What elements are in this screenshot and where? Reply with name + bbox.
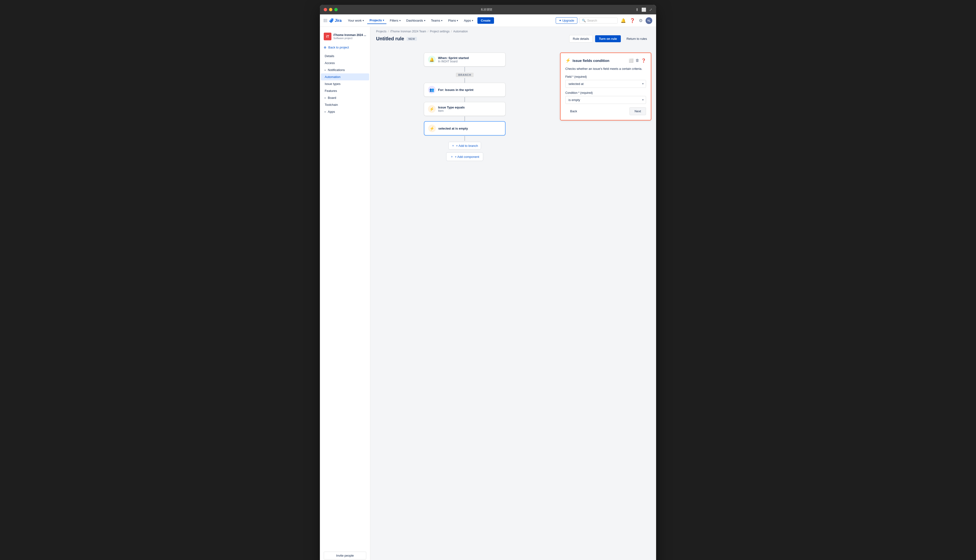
condition-select-wrapper: is empty is not empty equals not equals … <box>565 96 646 104</box>
condition-icon: ⚡ <box>428 125 436 132</box>
help-icon[interactable]: ❓ <box>629 17 636 24</box>
page-title-row: Untitled rule NEW <box>376 36 417 42</box>
back-button[interactable]: Back <box>565 107 582 115</box>
sidebar-item-details[interactable]: Details <box>321 53 369 60</box>
chevron-down-icon: ▾ <box>363 19 364 22</box>
titlebar-icons: ⬆ ⬜ ⤢ <box>635 7 652 12</box>
breadcrumb-team[interactable]: iThome Ironman 2024 Team <box>390 30 426 33</box>
sidebar-item-features[interactable]: Features <box>321 87 369 94</box>
panel-footer: Back Next <box>565 107 646 115</box>
trigger-icon: 🔔 <box>428 56 436 63</box>
field-group: Field * (required) selected at Sprint St… <box>565 75 646 88</box>
nav-dashboards[interactable]: Dashboards ▾ <box>404 17 428 24</box>
project-name: iThome Ironman 2024 ... <box>333 33 366 37</box>
search-icon: 🔍 <box>582 19 586 22</box>
header-actions: Rule details Turn on rule Return to rule… <box>569 35 650 42</box>
breadcrumb-sep3: / <box>451 30 452 33</box>
condition-node[interactable]: ⚡ selected at is empty <box>424 121 506 135</box>
condition-panel: ⚡ Issue fields condition ⬜ 🗑 ❓ Checks wh… <box>560 53 651 120</box>
minimize-button[interactable] <box>329 8 333 11</box>
next-button[interactable]: Next <box>630 107 646 115</box>
search-box[interactable]: 🔍 Search <box>579 18 618 23</box>
chevron-down-icon: ▾ <box>383 19 384 22</box>
maximize-button[interactable] <box>334 8 338 11</box>
connector3 <box>465 97 465 102</box>
layout: iT iThome Ironman 2024 ... Software proj… <box>320 27 656 560</box>
traffic-lights[interactable] <box>324 8 338 11</box>
sidebar-item-automation[interactable]: Automation <box>321 73 369 80</box>
breadcrumb-automation: Automation <box>453 30 468 33</box>
jira-logo[interactable]: Jira <box>329 18 341 23</box>
workflow: 🔔 When: Sprint started In IM24T board BR… <box>375 50 554 560</box>
sidebar-item-notifications[interactable]: Notifications <box>321 67 369 73</box>
delete-panel-button[interactable]: 🗑 <box>635 58 639 63</box>
trigger-text: When: Sprint started In IM24T board <box>438 56 469 63</box>
issue-type-node[interactable]: ⚡ Issue Type equals Item <box>424 102 506 116</box>
for-issues-text: For: Issues in the sprint <box>438 88 473 92</box>
nav-apps[interactable]: Apps ▾ <box>461 17 476 24</box>
issue-type-icon: ⚡ <box>428 105 436 113</box>
back-to-project[interactable]: ⊕ Back to project <box>320 44 370 51</box>
rule-details-button[interactable]: Rule details <box>569 35 593 42</box>
grid-icon[interactable] <box>324 19 327 22</box>
chevron-down-icon: ▾ <box>457 19 458 22</box>
chevron-down-icon: ▾ <box>441 19 442 22</box>
breadcrumb-projects[interactable]: Projects <box>376 30 386 33</box>
nav-filters[interactable]: Filters ▾ <box>388 17 403 24</box>
upgrade-button[interactable]: ✦ Upgrade <box>556 17 577 24</box>
connector1 <box>465 67 465 72</box>
panel-header: ⚡ Issue fields condition ⬜ 🗑 ❓ <box>565 58 646 63</box>
invite-people-button[interactable]: Invite people <box>324 552 366 560</box>
return-to-rules-button[interactable]: Return to rules <box>623 35 650 42</box>
new-tab-icon[interactable]: ⬜ <box>642 7 646 12</box>
condition-label: Condition * (required) <box>565 91 646 95</box>
project-info: iThome Ironman 2024 ... Software project <box>333 33 366 40</box>
nav-menu: Your work ▾ Projects ▾ Filters ▾ Dashboa… <box>345 17 476 24</box>
notifications-icon[interactable]: 🔔 <box>620 17 627 24</box>
avatar[interactable]: YL <box>645 17 652 24</box>
chevron-down-icon: ▾ <box>424 19 425 22</box>
nav-plans[interactable]: Plans ▾ <box>446 17 461 24</box>
chevron-down-icon: ▾ <box>472 19 473 22</box>
sidebar-item-apps[interactable]: Apps <box>321 108 369 115</box>
panel-actions: ⬜ 🗑 ❓ <box>629 58 646 63</box>
copy-panel-button[interactable]: ⬜ <box>629 58 633 63</box>
project-header: iT iThome Ironman 2024 ... Software proj… <box>320 31 370 44</box>
nav-your-work[interactable]: Your work ▾ <box>345 17 366 24</box>
add-component-button[interactable]: ＋ + Add component <box>446 152 483 161</box>
plus-icon: ＋ <box>451 143 455 148</box>
fullscreen-icon[interactable]: ⤢ <box>649 7 652 12</box>
condition-select[interactable]: is empty is not empty equals not equals … <box>565 96 646 104</box>
plus-icon2: ＋ <box>450 155 453 159</box>
condition-panel-title: Issue fields condition <box>573 58 627 63</box>
panel-description: Checks whether an issue's field meets a … <box>565 67 646 71</box>
sidebar-item-issue-types[interactable]: Issue types <box>321 80 369 87</box>
page-header: Untitled rule NEW Rule details Turn on r… <box>370 33 656 45</box>
condition-group: Condition * (required) is empty is not e… <box>565 91 646 104</box>
nav-teams[interactable]: Teams ▾ <box>429 17 445 24</box>
breadcrumb-settings[interactable]: Project settings <box>430 30 450 33</box>
settings-icon[interactable]: ⚙ <box>638 17 643 24</box>
project-type: Software project <box>333 37 366 40</box>
breadcrumb-sep2: / <box>428 30 428 33</box>
for-issues-icon: 👥 <box>428 86 436 93</box>
create-button[interactable]: Create <box>478 17 494 24</box>
sidebar-item-access[interactable]: Access <box>321 60 369 67</box>
close-button[interactable] <box>324 8 327 11</box>
turn-on-rule-button[interactable]: Turn on rule <box>595 35 621 42</box>
field-select[interactable]: selected at Sprint Status Assignee Prior… <box>565 80 646 88</box>
main-content: Projects / iThome Ironman 2024 Team / Pr… <box>370 27 656 560</box>
logo-text: Jira <box>335 18 341 23</box>
nav-projects[interactable]: Projects ▾ <box>367 17 386 24</box>
for-issues-node[interactable]: 👥 For: Issues in the sprint <box>424 83 506 97</box>
trigger-node[interactable]: 🔔 When: Sprint started In IM24T board <box>424 53 506 67</box>
sidebar-item-board[interactable]: Board <box>321 94 369 101</box>
help-panel-button[interactable]: ❓ <box>641 58 646 63</box>
topnav: Jira Your work ▾ Projects ▾ Filters ▾ Da… <box>320 14 656 27</box>
add-to-branch-button[interactable]: ＋ + Add to branch <box>448 142 481 150</box>
breadcrumb: Projects / iThome Ironman 2024 Team / Pr… <box>370 27 656 33</box>
condition-text: selected at is empty <box>438 127 468 130</box>
sidebar-item-toolchain[interactable]: Toolchain <box>321 101 369 108</box>
share-icon[interactable]: ⬆ <box>635 7 638 12</box>
connector5 <box>465 136 465 141</box>
